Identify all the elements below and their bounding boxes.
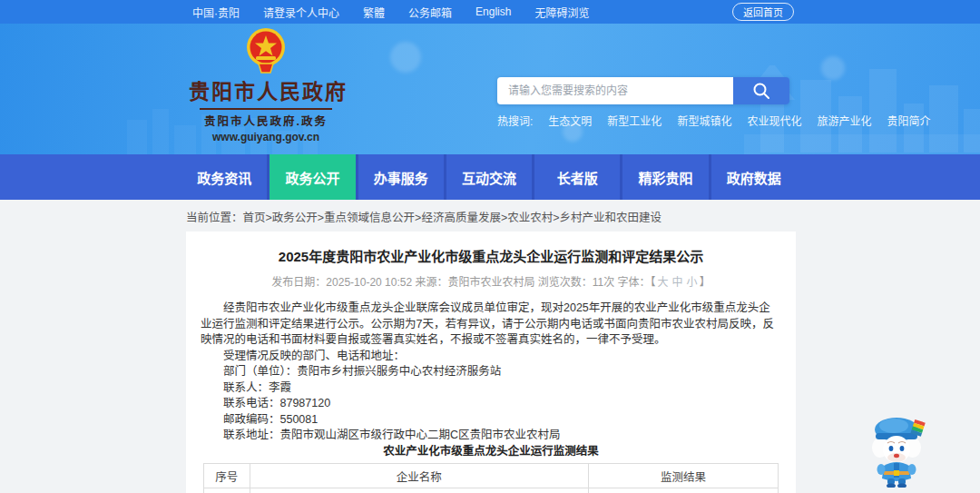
table-header-name: 企业名称 xyxy=(250,464,588,488)
site-url: www.guiyang.gov.cn xyxy=(189,131,343,143)
search-icon xyxy=(752,82,770,100)
contact-line: 联系人：李霞 xyxy=(201,380,781,397)
table-header-no: 序号 xyxy=(204,464,250,488)
article-paragraph: 经贵阳市农业产业化市级重点龙头企业联席会议成员单位审定，现对2025年开展的农业… xyxy=(201,301,781,349)
font-size-control[interactable]: 大 xyxy=(658,276,669,289)
article-meta-text: 发布日期：2025-10-20 10:52 来源：贵阳市农业农村局 浏览次数：1… xyxy=(271,276,655,289)
hot-search-word[interactable]: 生态文明 xyxy=(548,113,592,128)
contact-line: 邮政编码：550081 xyxy=(201,412,781,429)
table-header-row: 序号 企业名称 监测结果 xyxy=(204,464,779,488)
breadcrumb-label: 当前位置： xyxy=(186,212,243,224)
font-size-control[interactable]: 小 xyxy=(687,276,698,289)
cell-no: 1 xyxy=(204,488,250,493)
article-title: 2025年度贵阳市农业产业化市级重点龙头企业运行监测和评定结果公示 xyxy=(201,246,781,265)
top-utility-bar: 中国·贵阳 请登录个人中心 繁體 公务邮箱 English 无障碍浏览 返回首页 xyxy=(0,0,980,24)
search-button[interactable] xyxy=(733,77,789,104)
article-card: 2025年度贵阳市农业产业化市级重点龙头企业运行监测和评定结果公示 发布日期：2… xyxy=(186,232,796,493)
cell-company-name: 贵州合力超市采购有限公司 xyxy=(250,488,588,493)
site-logo[interactable]: 贵阳市人民政府 贵阳市人民政府.政务 www.guiyang.gov.cn xyxy=(189,27,343,143)
article-paragraph: 受理情况反映的部门、电话和地址： xyxy=(201,349,781,365)
contact-line: 联系电话：87987120 xyxy=(201,396,781,412)
table-caption: 农业产业化市级重点龙头企业运行监测结果 xyxy=(201,444,781,460)
nav-tab[interactable]: 政府数据 xyxy=(709,154,797,200)
table-row: 1 贵州合力超市采购有限公司 合格 xyxy=(204,488,779,493)
main-nav: 政务资讯 政务公开 办事服务 互动交流 长者版 精彩贵阳 政府数据 xyxy=(0,154,980,200)
contact-line: 联系地址：贵阳市观山湖区市级行政中心二期C区贵阳市农业农村局 xyxy=(201,428,781,444)
topbar-link[interactable]: 请登录个人中心 xyxy=(263,5,339,20)
article-meta: 发布日期：2025-10-20 10:52 来源：贵阳市农业农村局 浏览次数：1… xyxy=(201,273,781,289)
breadcrumb-path[interactable]: 首页>政务公开>重点领域信息公开>经济高质量发展>农业农村>乡村产业和农田建设 xyxy=(243,212,662,224)
topbar-link[interactable]: 无障碍浏览 xyxy=(534,5,589,20)
breadcrumb: 当前位置：首页>政务公开>重点领域信息公开>经济高质量发展>农业农村>乡村产业和… xyxy=(186,208,980,225)
mascot-icon[interactable] xyxy=(864,411,929,488)
site-subtitle: 贵阳市人民政府.政务 xyxy=(189,112,343,129)
hot-search-label: 热搜词: xyxy=(497,113,533,128)
nav-tab[interactable]: 办事服务 xyxy=(356,154,444,200)
nav-tab[interactable]: 互动交流 xyxy=(444,154,532,200)
page: { "topbar": { "items": ["中国·贵阳", "请登录个人中… xyxy=(0,0,980,493)
article-body: 经贵阳市农业产业化市级重点龙头企业联席会议成员单位审定，现对2025年开展的农业… xyxy=(201,301,781,493)
topbar-link[interactable]: English xyxy=(475,5,511,18)
nav-tab[interactable]: 长者版 xyxy=(532,154,620,200)
title-divider xyxy=(200,108,332,110)
topbar-link[interactable]: 公务邮箱 xyxy=(408,5,452,20)
cell-result: 合格 xyxy=(589,488,779,493)
hot-search-word[interactable]: 新型工业化 xyxy=(607,113,662,128)
national-emblem-icon xyxy=(245,27,287,74)
monitoring-result-table: 序号 企业名称 监测结果 1 贵州合力超市采购有限公司 合格 2 贵州友禾种业有… xyxy=(203,463,779,493)
site-title: 贵阳市人民政府 xyxy=(189,74,343,105)
site-banner: 贵阳市人民政府 贵阳市人民政府.政务 www.guiyang.gov.cn 热搜… xyxy=(0,24,980,154)
hot-search-word[interactable]: 旅游产业化 xyxy=(817,113,871,128)
contact-line: 部门（单位）：贵阳市乡村振兴服务中心农村经济服务站 xyxy=(201,364,781,380)
font-size-control[interactable]: 中 xyxy=(672,276,683,289)
hot-search-word[interactable]: 贵阳简介 xyxy=(887,113,930,128)
nav-tab[interactable]: 政务公开 xyxy=(267,154,355,200)
hot-search-word[interactable]: 农业现代化 xyxy=(747,113,801,128)
search-input[interactable] xyxy=(497,77,733,104)
nav-tab[interactable]: 政务资讯 xyxy=(181,154,267,200)
article-meta-close: 】 xyxy=(700,276,710,289)
nav-tab[interactable]: 精彩贵阳 xyxy=(620,154,708,200)
table-header-result: 监测结果 xyxy=(589,464,779,488)
hot-search-word[interactable]: 新型城镇化 xyxy=(677,113,731,128)
topbar-link[interactable]: 中国·贵阳 xyxy=(192,5,240,20)
hot-search-row: 热搜词: 生态文明 新型工业化 新型城镇化 农业现代化 旅游产业化 贵阳简介 xyxy=(497,113,789,128)
bokeh-decoration xyxy=(390,42,421,73)
topbar-link[interactable]: 繁體 xyxy=(363,5,385,20)
search-box xyxy=(497,77,789,104)
return-home-button[interactable]: 返回首页 xyxy=(732,3,794,21)
search-area: 热搜词: 生态文明 新型工业化 新型城镇化 农业现代化 旅游产业化 贵阳简介 xyxy=(497,77,789,128)
